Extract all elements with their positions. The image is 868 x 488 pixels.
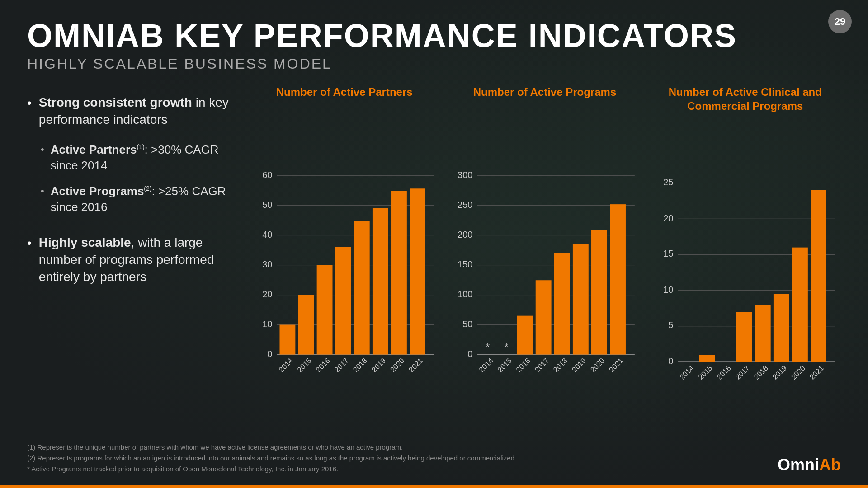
svg-rect-75 bbox=[774, 294, 789, 361]
footer: (1) Represents the unique number of part… bbox=[27, 442, 841, 474]
footnote-3: * Active Programs not tracked prior to a… bbox=[27, 464, 516, 474]
right-panel: Number of Active Partners 60 50 bbox=[244, 85, 841, 436]
svg-text:2014: 2014 bbox=[477, 357, 495, 374]
chart1-title: Number of Active Partners bbox=[276, 85, 413, 99]
svg-text:2015: 2015 bbox=[696, 364, 713, 381]
svg-text:15: 15 bbox=[663, 249, 673, 258]
svg-text:300: 300 bbox=[458, 170, 472, 180]
svg-text:0: 0 bbox=[468, 349, 473, 359]
svg-rect-74 bbox=[755, 305, 770, 362]
svg-text:25: 25 bbox=[663, 177, 673, 187]
header: OMNIAB KEY PERFORMANCE INDICATORS HIGHLY… bbox=[27, 18, 841, 72]
svg-rect-47 bbox=[536, 281, 552, 355]
svg-text:20: 20 bbox=[663, 213, 673, 223]
svg-text:250: 250 bbox=[458, 200, 472, 210]
svg-rect-14 bbox=[279, 325, 295, 355]
svg-text:2014: 2014 bbox=[277, 357, 294, 374]
svg-text:150: 150 bbox=[458, 259, 472, 269]
chart1-wrapper: 60 50 40 30 20 10 0 bbox=[249, 106, 440, 436]
footnote-1: (1) Represents the unique number of part… bbox=[27, 442, 516, 453]
bullet-main-1: • Strong consistent growth in key perfor… bbox=[27, 94, 231, 128]
svg-text:*: * bbox=[486, 341, 490, 352]
svg-text:2021: 2021 bbox=[808, 364, 825, 381]
svg-text:2019: 2019 bbox=[370, 357, 387, 374]
bullet-main-2: • Highly scalable, with a large number o… bbox=[27, 234, 231, 285]
svg-text:5: 5 bbox=[668, 320, 673, 330]
chart2-title: Number of Active Programs bbox=[473, 85, 617, 99]
sub-bullets: • Active Partners(1): >30% CAGR since 20… bbox=[41, 142, 231, 225]
svg-text:2014: 2014 bbox=[678, 364, 695, 381]
footnote-2: (2) Represents programs for which an ant… bbox=[27, 453, 516, 464]
svg-rect-17 bbox=[335, 247, 351, 355]
svg-rect-20 bbox=[391, 191, 407, 355]
left-panel: • Strong consistent growth in key perfor… bbox=[27, 85, 244, 436]
svg-text:2021: 2021 bbox=[407, 357, 424, 374]
svg-rect-51 bbox=[610, 205, 626, 355]
svg-text:*: * bbox=[505, 341, 509, 352]
svg-text:200: 200 bbox=[458, 230, 472, 239]
svg-text:40: 40 bbox=[262, 230, 272, 239]
bullet-dot-1: • bbox=[27, 96, 32, 110]
sub-dot-1: • bbox=[41, 144, 44, 155]
logo-omni: Omni bbox=[778, 455, 819, 474]
svg-text:2016: 2016 bbox=[514, 357, 532, 374]
chart-active-partners: Number of Active Partners 60 50 bbox=[249, 85, 440, 436]
chart3-title: Number of Active Clinical and Commercial… bbox=[650, 85, 841, 113]
svg-text:2021: 2021 bbox=[608, 357, 625, 374]
svg-rect-77 bbox=[811, 190, 826, 361]
svg-text:10: 10 bbox=[262, 319, 272, 329]
chart-clinical-commercial: Number of Active Clinical and Commercial… bbox=[650, 85, 841, 436]
page-number: 29 bbox=[828, 10, 852, 33]
sub-bullet-1: • Active Partners(1): >30% CAGR since 20… bbox=[41, 142, 231, 174]
svg-text:0: 0 bbox=[668, 356, 673, 366]
svg-text:2019: 2019 bbox=[771, 364, 788, 381]
svg-rect-16 bbox=[317, 265, 333, 355]
logo-ab: Ab bbox=[819, 455, 841, 474]
chart3-wrapper: 25 20 15 10 5 0 bbox=[650, 121, 841, 436]
orange-bottom-line bbox=[0, 485, 868, 488]
svg-rect-48 bbox=[554, 253, 570, 355]
svg-text:10: 10 bbox=[663, 284, 673, 294]
svg-text:2019: 2019 bbox=[570, 357, 587, 374]
svg-rect-72 bbox=[699, 355, 715, 362]
svg-text:2017: 2017 bbox=[533, 357, 550, 374]
svg-rect-50 bbox=[591, 230, 607, 355]
svg-text:2016: 2016 bbox=[715, 364, 732, 381]
chart2-svg: 300 250 200 150 100 50 0 * * bbox=[449, 106, 640, 436]
sub-bullet-2: • Active Programs(2): >25% CAGR since 20… bbox=[41, 183, 231, 215]
svg-text:20: 20 bbox=[262, 289, 272, 299]
svg-text:2020: 2020 bbox=[589, 357, 606, 374]
svg-text:2020: 2020 bbox=[388, 357, 406, 374]
svg-rect-18 bbox=[354, 221, 370, 355]
svg-text:2017: 2017 bbox=[333, 357, 350, 374]
svg-rect-46 bbox=[517, 316, 533, 355]
svg-text:2015: 2015 bbox=[296, 357, 313, 374]
page-container: 29 OMNIAB KEY PERFORMANCE INDICATORS HIG… bbox=[0, 0, 868, 488]
chart-active-programs: Number of Active Programs 300 250 bbox=[449, 85, 640, 436]
svg-rect-76 bbox=[792, 247, 808, 361]
svg-text:30: 30 bbox=[262, 259, 272, 269]
svg-text:0: 0 bbox=[267, 349, 272, 359]
sub-text-1: Active Partners(1): >30% CAGR since 2014 bbox=[51, 142, 231, 174]
svg-rect-19 bbox=[373, 208, 388, 355]
main-content: • Strong consistent growth in key perfor… bbox=[27, 85, 841, 436]
svg-rect-15 bbox=[298, 295, 314, 355]
bullet-text-1: Strong consistent growth in key performa… bbox=[39, 94, 231, 128]
svg-text:2015: 2015 bbox=[496, 357, 513, 374]
chart3-svg: 25 20 15 10 5 0 bbox=[650, 121, 841, 436]
sub-dot-2: • bbox=[41, 185, 44, 197]
sub-text-2: Active Programs(2): >25% CAGR since 2016 bbox=[51, 183, 231, 215]
svg-text:2018: 2018 bbox=[752, 364, 769, 381]
sub-title: HIGHLY SCALABLE BUSINESS MODEL bbox=[27, 56, 841, 72]
svg-rect-73 bbox=[736, 312, 752, 362]
chart2-wrapper: 300 250 200 150 100 50 0 * * bbox=[449, 106, 640, 436]
chart1-svg: 60 50 40 30 20 10 0 bbox=[249, 106, 440, 436]
svg-text:50: 50 bbox=[262, 200, 272, 210]
omniab-logo: OmniAb bbox=[778, 455, 841, 474]
svg-text:2018: 2018 bbox=[552, 357, 569, 374]
svg-text:100: 100 bbox=[458, 289, 472, 299]
footnotes: (1) Represents the unique number of part… bbox=[27, 442, 516, 474]
svg-rect-49 bbox=[573, 244, 589, 355]
bullet-dot-2: • bbox=[27, 236, 32, 250]
svg-text:2020: 2020 bbox=[789, 364, 807, 381]
